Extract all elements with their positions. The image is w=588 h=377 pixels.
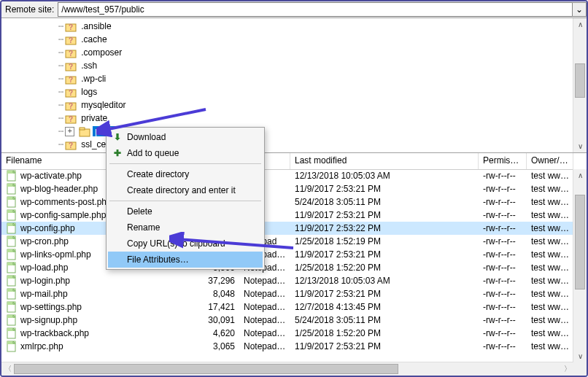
file-permissions: -rw-r--r-- xyxy=(479,223,527,233)
unknown-folder-icon: ? xyxy=(65,48,77,58)
file-row[interactable]: wp-config.phpad…11/9/2017 2:53:22 PM-rw-… xyxy=(1,222,573,235)
col-owner[interactable]: Owner/G… xyxy=(527,153,573,169)
file-owner: test ww… xyxy=(527,263,573,273)
tree-item[interactable]: ⋯?mysqleditor xyxy=(1,98,573,112)
file-row[interactable]: wp-cron.php3,009Notepad1/25/2018 1:52:19… xyxy=(1,235,573,248)
file-type: Notepad… xyxy=(239,328,290,338)
menu-item[interactable]: ⬇Download xyxy=(108,129,263,145)
file-name: wp-signup.php xyxy=(20,315,77,325)
add-queue-icon: ✚ xyxy=(114,148,121,158)
file-modified: 1/25/2018 1:52:20 PM xyxy=(290,263,479,273)
file-row[interactable]: wp-comments-post.phad…5/24/2018 3:05:11 … xyxy=(1,195,573,209)
menu-label: Create directory xyxy=(127,169,189,179)
file-permissions: -rw-r--r-- xyxy=(479,315,527,325)
file-permissions: -rw-r--r-- xyxy=(479,236,527,246)
file-owner: test ww… xyxy=(527,223,573,233)
file-permissions: -rw-r--r-- xyxy=(479,276,527,286)
scroll-down-icon[interactable]: ∨ xyxy=(573,350,587,362)
file-name: wp-activate.php xyxy=(20,171,82,181)
scroll-down-icon[interactable]: ∨ xyxy=(573,140,587,152)
unknown-folder-icon: ? xyxy=(65,140,77,149)
file-permissions: -rw-r--r-- xyxy=(479,171,527,181)
tree-item[interactable]: ⋯?.composer xyxy=(1,46,573,59)
unknown-folder-icon: ? xyxy=(65,22,77,31)
tree-item[interactable]: ⋯?.cache xyxy=(1,33,573,46)
file-row[interactable]: wp-config-sample.phpad…11/9/2017 2:53:21… xyxy=(1,209,573,222)
menu-label: Delete xyxy=(127,206,152,217)
tree-scrollbar[interactable]: ∧ ∨ xyxy=(573,18,587,152)
file-type: Notepad… xyxy=(239,315,290,325)
file-row[interactable]: wp-settings.php17,421Notepad…12/7/2018 4… xyxy=(1,300,573,314)
file-modified: 11/9/2017 2:53:22 PM xyxy=(290,223,479,233)
file-owner: test ww… xyxy=(527,184,573,194)
menu-item[interactable]: Create directory and enter it xyxy=(108,182,263,198)
menu-item[interactable]: File Attributes… xyxy=(108,252,263,268)
remote-site-dropdown[interactable]: ⌄ xyxy=(572,2,587,17)
tree-item[interactable]: ⋯+public xyxy=(1,125,573,138)
file-modified: 12/7/2018 4:13:45 PM xyxy=(290,302,479,312)
file-type: Notepad… xyxy=(239,276,290,286)
unknown-folder-icon: ? xyxy=(65,74,77,84)
file-row[interactable]: wp-trackback.php4,620Notepad…1/25/2018 1… xyxy=(1,327,573,340)
php-file-icon xyxy=(6,327,18,339)
remote-site-label: Remote site: xyxy=(1,4,58,15)
tree-item[interactable]: ⋯?private xyxy=(1,112,573,125)
file-row[interactable]: xmlrpc.php3,065Notepad…11/9/2017 2:53:21… xyxy=(1,340,573,353)
svg-text:?: ? xyxy=(69,102,73,110)
menu-item[interactable]: Rename xyxy=(108,219,263,236)
tree-item[interactable]: ⋯?.ssh xyxy=(1,59,573,72)
file-modified: 5/24/2018 3:05:11 PM xyxy=(290,315,479,325)
tree-item[interactable]: ⋯?.ansible xyxy=(1,20,573,33)
file-row[interactable]: wp-activate.phpad…12/13/2018 10:05:03 AM… xyxy=(1,169,573,182)
file-name: wp-config.php xyxy=(20,223,75,233)
tree-item[interactable]: ⋯?.wp-cli xyxy=(1,72,573,85)
file-row[interactable]: wp-mail.php8,048Notepad…11/9/2017 2:53:2… xyxy=(1,287,573,300)
menu-item[interactable]: Create directory xyxy=(108,166,263,182)
file-row[interactable]: wp-login.php37,296Notepad…12/13/2018 10:… xyxy=(1,274,573,287)
tree-label: mysqleditor xyxy=(79,100,128,110)
menu-item[interactable]: Copy URL(s) to clipboard xyxy=(108,236,263,252)
file-row[interactable]: wp-load.php3,306Notepad…1/25/2018 1:52:2… xyxy=(1,261,573,274)
php-file-icon xyxy=(6,341,18,352)
menu-item[interactable]: ✚Add to queue xyxy=(108,145,263,161)
menu-label: Create directory and enter it xyxy=(127,185,236,195)
file-type: Notepad… xyxy=(239,289,290,299)
remote-site-input[interactable] xyxy=(58,2,573,17)
col-modified[interactable]: Last modified xyxy=(290,153,479,169)
scroll-right-icon[interactable]: 〉 xyxy=(561,362,573,375)
file-name: wp-links-opml.php xyxy=(20,249,91,260)
tree-item[interactable]: ⋯?logs xyxy=(1,85,573,98)
unknown-folder-icon: ? xyxy=(65,114,77,123)
file-modified: 11/9/2017 2:53:21 PM xyxy=(290,184,479,194)
file-name: wp-config-sample.php xyxy=(20,210,106,220)
file-row[interactable]: wp-blog-header.phpad…11/9/2017 2:53:21 P… xyxy=(1,182,573,195)
file-vscrollbar[interactable]: ∧ ∨ xyxy=(573,169,587,362)
file-owner: test ww… xyxy=(527,315,573,325)
col-permissions[interactable]: Permissi… xyxy=(479,153,527,169)
file-modified: 12/13/2018 10:05:03 AM xyxy=(290,171,479,181)
file-owner: test ww… xyxy=(527,302,573,312)
file-hscrollbar[interactable]: 〈 〉 xyxy=(1,362,573,376)
file-permissions: -rw-r--r-- xyxy=(479,210,527,220)
scroll-up-icon[interactable]: ∧ xyxy=(573,169,587,182)
file-owner: test ww… xyxy=(527,236,573,246)
file-row[interactable]: wp-links-opml.php2,422Notepad…11/9/2017 … xyxy=(1,248,573,261)
svg-text:?: ? xyxy=(69,76,73,84)
php-file-icon xyxy=(6,196,18,208)
tree-expander[interactable]: + xyxy=(65,127,74,136)
file-row[interactable]: wp-signup.php30,091Notepad…5/24/2018 3:0… xyxy=(1,314,573,327)
file-name: wp-trackback.php xyxy=(20,328,89,338)
file-name: wp-load.php xyxy=(20,263,68,273)
unknown-folder-icon: ? xyxy=(65,61,77,71)
scroll-up-icon[interactable]: ∧ xyxy=(573,18,587,31)
file-size: 37,296 xyxy=(196,276,239,286)
tree-item[interactable]: ⋯?ssl_certi… xyxy=(1,138,573,151)
column-headers: Filename e Last modified Permissi… Owner… xyxy=(1,153,587,170)
scroll-left-icon[interactable]: 〈 xyxy=(1,362,14,375)
tree-label: .wp-cli xyxy=(79,74,108,84)
menu-item[interactable]: Delete xyxy=(108,203,263,219)
tree-label: .ssh xyxy=(79,61,99,71)
menu-label: Add to queue xyxy=(127,148,179,158)
file-modified: 1/25/2018 1:52:20 PM xyxy=(290,328,479,338)
folder-icon xyxy=(79,127,90,136)
